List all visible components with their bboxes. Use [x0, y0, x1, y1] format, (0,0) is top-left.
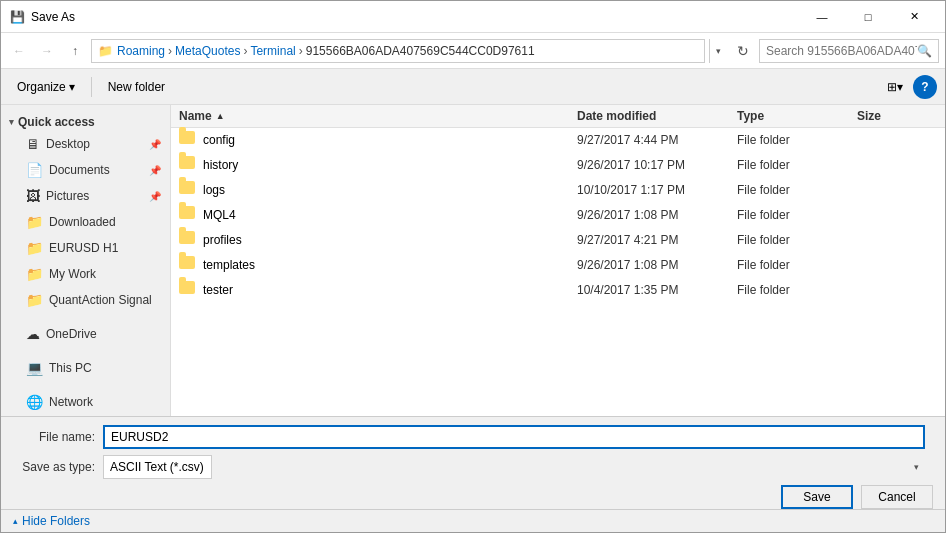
file-list-header: Name ▲ Date modified Type Size: [171, 105, 945, 128]
sidebar-item-pictures[interactable]: 🖼 Pictures 📌: [1, 183, 170, 209]
sidebar-item-documents[interactable]: 📄 Documents 📌: [1, 157, 170, 183]
organize-button[interactable]: Organize ▾: [9, 75, 83, 99]
table-row[interactable]: templates 9/26/2017 1:08 PM File folder: [171, 253, 945, 278]
file-name: tester: [203, 283, 577, 297]
file-name: logs: [203, 183, 577, 197]
file-date: 9/27/2017 4:44 PM: [577, 133, 737, 147]
filename-input[interactable]: [103, 425, 925, 449]
file-type: File folder: [737, 258, 857, 272]
header-size[interactable]: Size: [857, 109, 937, 123]
file-type: File folder: [737, 183, 857, 197]
breadcrumb: 📁 Roaming › MetaQuotes › Terminal › 9155…: [91, 39, 705, 63]
header-type[interactable]: Type: [737, 109, 857, 123]
quick-access-label: Quick access: [18, 115, 95, 129]
file-name: templates: [203, 258, 577, 272]
savetype-select-wrapper: ASCII Text (*.csv) ▾: [103, 455, 925, 479]
window-icon: 💾: [9, 9, 25, 25]
file-type: File folder: [737, 283, 857, 297]
header-date[interactable]: Date modified: [577, 109, 737, 123]
folder-icon: [179, 131, 197, 149]
folder-icon: [179, 281, 197, 299]
search-icon: 🔍: [917, 44, 932, 58]
file-type: File folder: [737, 233, 857, 247]
sidebar-item-eurusd-h1[interactable]: 📁 EURUSD H1: [1, 235, 170, 261]
view-arrow: ▾: [897, 80, 903, 94]
search-box: 🔍: [759, 39, 939, 63]
file-name: history: [203, 158, 577, 172]
sidebar-item-label: Pictures: [46, 189, 89, 203]
breadcrumb-roaming[interactable]: Roaming: [117, 44, 165, 58]
sidebar-divider-1: [1, 313, 170, 321]
table-row[interactable]: profiles 9/27/2017 4:21 PM File folder: [171, 228, 945, 253]
refresh-button[interactable]: ↻: [731, 39, 755, 63]
forward-button[interactable]: →: [35, 39, 59, 63]
sidebar-this-pc-label: This PC: [49, 361, 92, 375]
pin-icon: 📌: [149, 191, 161, 202]
sidebar-item-onedrive[interactable]: ☁ OneDrive: [1, 321, 170, 347]
breadcrumb-dropdown-button[interactable]: ▾: [709, 39, 727, 63]
sidebar-item-downloaded[interactable]: 📁 Downloaded: [1, 209, 170, 235]
view-button[interactable]: ⊞ ▾: [881, 75, 909, 99]
file-name: profiles: [203, 233, 577, 247]
network-icon: 🌐: [26, 394, 43, 410]
breadcrumb-terminal[interactable]: Terminal: [250, 44, 295, 58]
table-row[interactable]: history 9/26/2017 10:17 PM File folder: [171, 153, 945, 178]
sidebar-item-quantaction[interactable]: 📁 QuantAction Signal: [1, 287, 170, 313]
quick-access-arrow: ▾: [9, 117, 14, 127]
action-row: Save Cancel: [13, 485, 933, 509]
maximize-button[interactable]: □: [845, 1, 891, 33]
table-row[interactable]: MQL4 9/26/2017 1:08 PM File folder: [171, 203, 945, 228]
file-name: config: [203, 133, 577, 147]
pin-icon: 📌: [149, 139, 161, 150]
savetype-row: Save as type: ASCII Text (*.csv) ▾: [13, 455, 933, 479]
cancel-label: Cancel: [878, 490, 915, 504]
save-as-dialog: 💾 Save As — □ ✕ ← → ↑ 📁 Roaming › MetaQu…: [0, 0, 946, 533]
file-date: 9/27/2017 4:21 PM: [577, 233, 737, 247]
pin-icon: 📌: [149, 165, 161, 176]
file-date: 10/4/2017 1:35 PM: [577, 283, 737, 297]
folder-icon: [179, 206, 197, 224]
sidebar-item-label: Downloaded: [49, 215, 116, 229]
hide-folders-button[interactable]: ▴ Hide Folders: [1, 509, 945, 532]
header-name[interactable]: Name ▲: [179, 109, 577, 123]
table-row[interactable]: tester 10/4/2017 1:35 PM File folder: [171, 278, 945, 303]
quantaction-icon: 📁: [26, 292, 43, 308]
filename-row: File name:: [13, 425, 933, 449]
toolbar: Organize ▾ New folder ⊞ ▾ ?: [1, 69, 945, 105]
view-icon: ⊞: [887, 80, 897, 94]
sidebar: ▾ Quick access 🖥 Desktop 📌 📄 Documents 📌…: [1, 105, 171, 416]
new-folder-button[interactable]: New folder: [100, 75, 173, 99]
save-button[interactable]: Save: [781, 485, 853, 509]
sidebar-item-label: EURUSD H1: [49, 241, 118, 255]
table-row[interactable]: logs 10/10/2017 1:17 PM File folder: [171, 178, 945, 203]
file-list: Name ▲ Date modified Type Size config 9/…: [171, 105, 945, 416]
file-date: 10/10/2017 1:17 PM: [577, 183, 737, 197]
help-button[interactable]: ?: [913, 75, 937, 99]
cancel-button[interactable]: Cancel: [861, 485, 933, 509]
file-name: MQL4: [203, 208, 577, 222]
table-row[interactable]: config 9/27/2017 4:44 PM File folder: [171, 128, 945, 153]
close-button[interactable]: ✕: [891, 1, 937, 33]
downloaded-icon: 📁: [26, 214, 43, 230]
filename-label: File name:: [13, 430, 103, 444]
savetype-select[interactable]: ASCII Text (*.csv): [103, 455, 212, 479]
sidebar-item-this-pc[interactable]: 💻 This PC: [1, 355, 170, 381]
window-title: Save As: [31, 10, 799, 24]
title-bar: 💾 Save As — □ ✕: [1, 1, 945, 33]
sidebar-item-my-work[interactable]: 📁 My Work: [1, 261, 170, 287]
sidebar-divider-3: [1, 381, 170, 389]
sidebar-item-network[interactable]: 🌐 Network: [1, 389, 170, 415]
savetype-label: Save as type:: [13, 460, 103, 474]
back-button[interactable]: ←: [7, 39, 31, 63]
breadcrumb-metaquotes[interactable]: MetaQuotes: [175, 44, 240, 58]
quick-access-header[interactable]: ▾ Quick access: [1, 109, 170, 131]
folder-icon: [179, 156, 197, 174]
search-input[interactable]: [766, 44, 917, 58]
minimize-button[interactable]: —: [799, 1, 845, 33]
sidebar-item-label: My Work: [49, 267, 96, 281]
up-button[interactable]: ↑: [63, 39, 87, 63]
pictures-icon: 🖼: [26, 188, 40, 204]
folder-icon: [179, 231, 197, 249]
sidebar-item-desktop[interactable]: 🖥 Desktop 📌: [1, 131, 170, 157]
documents-icon: 📄: [26, 162, 43, 178]
